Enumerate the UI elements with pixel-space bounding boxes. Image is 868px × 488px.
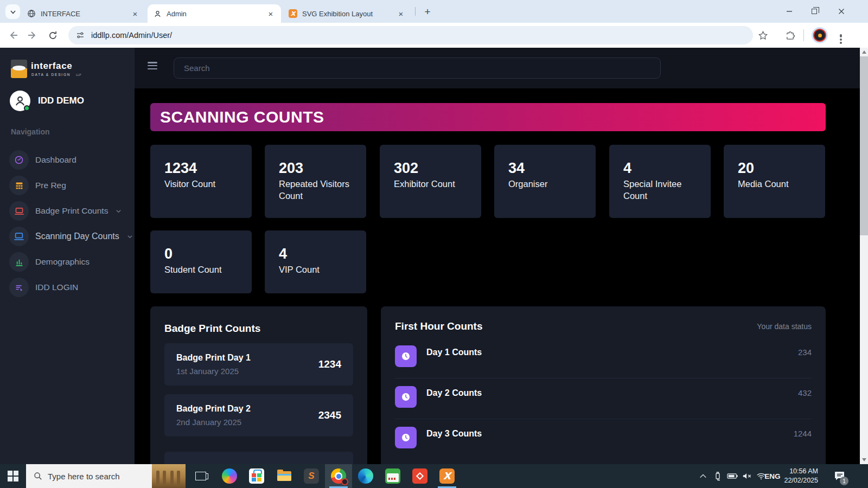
clock-icon bbox=[395, 427, 417, 448]
taskbar-app-copilot[interactable] bbox=[216, 464, 243, 488]
forward-button[interactable] bbox=[24, 27, 41, 44]
taskbar-app-calendar[interactable] bbox=[379, 464, 406, 488]
taskbar-app-store[interactable] bbox=[243, 464, 270, 488]
first-hour-label: Day 2 Counts bbox=[426, 388, 798, 398]
taskbar-clock[interactable]: 10:56 AM 22/02/2025 bbox=[777, 464, 818, 488]
avatar-icon bbox=[813, 29, 826, 42]
tab-interface[interactable]: INTERFACE × bbox=[22, 4, 145, 23]
badge-print-date: 2nd January 2025 bbox=[176, 418, 318, 427]
sidebar-item-dashboard[interactable]: Dashboard bbox=[9, 150, 76, 170]
stat-card-media: 20 Media Count bbox=[724, 145, 825, 218]
scroll-down-icon[interactable] bbox=[862, 458, 866, 461]
taskbar-app-chrome[interactable] bbox=[325, 464, 352, 488]
first-hour-label: Day 1 Counts bbox=[426, 348, 798, 357]
grid-icon bbox=[9, 176, 29, 195]
sidebar-item-label: IDD LOGIN bbox=[35, 282, 78, 292]
sidebar-item-pre-reg[interactable]: Pre Reg bbox=[9, 176, 66, 195]
tab-search-button[interactable] bbox=[5, 4, 20, 19]
sidebar-item-demographics[interactable]: Demographics bbox=[9, 252, 90, 272]
minimize-button[interactable] bbox=[777, 0, 802, 23]
tray-volume[interactable] bbox=[740, 464, 754, 488]
notification-center-button[interactable]: 1 bbox=[828, 464, 852, 488]
tab-title: Admin bbox=[167, 10, 261, 18]
task-view-button[interactable] bbox=[188, 464, 214, 488]
stat-card-organiser: 34 Organiser bbox=[494, 145, 596, 218]
first-hour-row: Day 1 Counts 234 bbox=[395, 338, 812, 378]
stat-label: Visitor Count bbox=[164, 178, 244, 190]
chevron-down-icon bbox=[127, 234, 133, 240]
laptop-icon bbox=[9, 201, 29, 221]
tab-close-icon[interactable]: × bbox=[266, 9, 276, 18]
sidebar-item-idd-login[interactable]: IDD LOGIN bbox=[9, 278, 78, 297]
first-hour-value: 234 bbox=[798, 348, 812, 357]
sidebar-item-scanning-day-counts[interactable]: Scanning Day Counts bbox=[9, 227, 133, 246]
chrome-icon bbox=[331, 468, 346, 484]
tab-admin[interactable]: Admin × bbox=[148, 4, 281, 23]
back-button[interactable] bbox=[4, 27, 22, 44]
stat-card-visitor: 1234 Visitor Count bbox=[150, 145, 252, 218]
menu-button[interactable] bbox=[832, 27, 850, 44]
close-button[interactable] bbox=[829, 0, 854, 23]
file-explorer-icon bbox=[277, 468, 292, 484]
search-input[interactable] bbox=[174, 57, 661, 79]
kebab-icon bbox=[840, 34, 842, 36]
taskbar-app-sublime[interactable]: S bbox=[298, 464, 325, 488]
dashboard-main: SCANNING COUNTS 1234 Visitor Count 203 R… bbox=[135, 88, 860, 464]
login-lines-icon bbox=[9, 278, 29, 297]
logo-suffix: LLP bbox=[76, 73, 81, 76]
bookmark-button[interactable] bbox=[754, 27, 771, 44]
taskbar-search[interactable]: Type here to search bbox=[26, 464, 186, 488]
windows-icon bbox=[8, 471, 18, 481]
chevron-up-icon bbox=[699, 473, 707, 479]
search-highlight-image[interactable] bbox=[152, 464, 186, 488]
stat-card-repeated-visitors: 203 Repeated Visitors Count bbox=[265, 145, 366, 218]
clock-date: 22/02/2025 bbox=[784, 477, 818, 485]
search-icon bbox=[34, 472, 42, 480]
tray-expand-button[interactable] bbox=[695, 464, 711, 488]
reload-button[interactable] bbox=[44, 27, 61, 44]
start-button[interactable] bbox=[0, 464, 26, 488]
scroll-up-icon[interactable] bbox=[862, 50, 866, 54]
tray-battery[interactable] bbox=[725, 464, 740, 488]
badge-print-counts-panel: Badge Print Counts Badge Print Day 1 1st… bbox=[150, 306, 367, 464]
sidebar-item-badge-print-counts[interactable]: Badge Print Counts bbox=[9, 201, 122, 221]
interface-logo-icon bbox=[11, 60, 27, 78]
stat-label: Exhibitor Count bbox=[394, 178, 474, 190]
taskbar-app-edge[interactable] bbox=[352, 464, 379, 488]
panel-title: Badge Print Counts bbox=[164, 323, 353, 335]
taskbar-app-xampp[interactable]: ꓫ bbox=[433, 464, 461, 488]
sidebar-item-label: Scanning Day Counts bbox=[35, 232, 119, 241]
restore-button[interactable] bbox=[802, 0, 827, 23]
sidebar-item-label: Pre Reg bbox=[35, 181, 66, 190]
copilot-icon bbox=[222, 468, 237, 484]
address-bar[interactable]: iddllp.com/Admin/User/ bbox=[68, 26, 753, 44]
new-tab-button[interactable]: + bbox=[420, 4, 435, 20]
tab-svg-exhibition[interactable]: ꓫ SVG Exhibition Layout × bbox=[283, 4, 411, 23]
profile-avatar[interactable] bbox=[812, 27, 828, 43]
scrollbar-thumb[interactable] bbox=[860, 56, 868, 235]
tray-usb[interactable] bbox=[711, 464, 725, 488]
stat-label: VIP Count bbox=[279, 264, 359, 276]
tab-close-icon[interactable]: × bbox=[396, 9, 406, 18]
taskbar-app-dev[interactable] bbox=[406, 464, 433, 488]
first-hour-label: Day 3 Counts bbox=[426, 429, 794, 439]
stat-value: 20 bbox=[738, 160, 818, 177]
chevron-down-icon bbox=[116, 208, 122, 214]
panel-title: First Hour Counts bbox=[395, 320, 483, 332]
tab-title: SVG Exhibition Layout bbox=[302, 10, 391, 18]
badge-print-row: Badge Print Day 1 1st January 2025 1234 bbox=[164, 343, 353, 386]
tab-close-icon[interactable]: × bbox=[130, 9, 140, 18]
clock-icon bbox=[395, 345, 417, 367]
extensions-button[interactable] bbox=[781, 27, 799, 44]
hamburger-icon[interactable] bbox=[148, 62, 157, 69]
page-scrollbar[interactable] bbox=[860, 48, 868, 464]
stat-value: 4 bbox=[279, 246, 359, 262]
stat-label: Repeated Visitors Count bbox=[279, 178, 359, 202]
scanning-counts-banner: SCANNING COUNTS bbox=[150, 103, 826, 131]
taskbar-app-file-explorer[interactable] bbox=[271, 464, 298, 488]
stat-label: Special Invitee Count bbox=[623, 178, 703, 202]
first-hour-value: 1244 bbox=[794, 429, 812, 438]
stat-value: 34 bbox=[508, 160, 588, 177]
badge-print-value: 1234 bbox=[318, 358, 341, 370]
site-info-icon[interactable] bbox=[76, 31, 85, 40]
